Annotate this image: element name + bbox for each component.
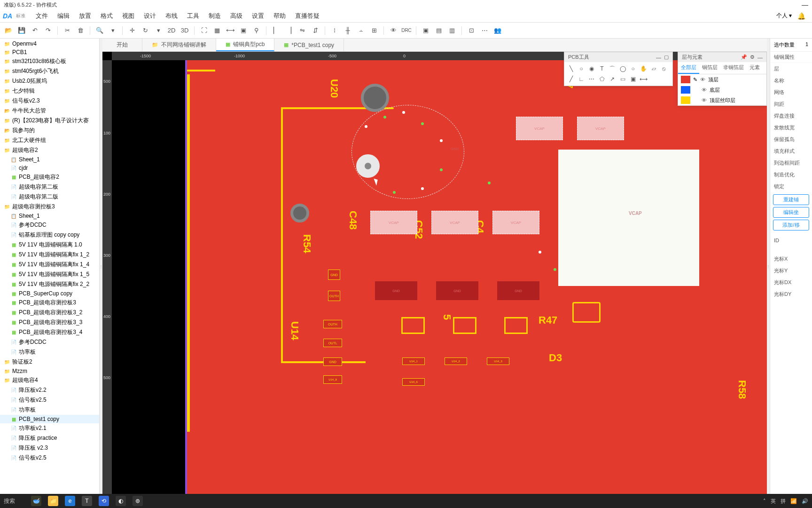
crosshair-dropdown-icon[interactable]: ▾: [153, 25, 164, 36]
poly-icon[interactable]: ⬠: [597, 74, 607, 84]
drc-button[interactable]: DRC: [401, 25, 412, 36]
align-top-icon[interactable]: ⁞: [329, 25, 340, 36]
taskbar-search[interactable]: 搜索: [4, 497, 15, 505]
tree-item[interactable]: ▦5V 11V 电源铺铜隔离 1.0: [0, 240, 99, 250]
rebuild-copper-button[interactable]: 重建铺: [773, 194, 809, 205]
line-icon[interactable]: ╱: [566, 74, 576, 84]
tree-item[interactable]: ▦PCB_超级电容2: [0, 172, 99, 182]
panel-icon[interactable]: ⊡: [466, 25, 477, 36]
undo-icon[interactable]: ↶: [29, 25, 40, 36]
menu-advanced[interactable]: 高级: [226, 12, 247, 20]
snap-icon[interactable]: ⛶: [198, 25, 210, 36]
menu-view[interactable]: 视图: [117, 12, 139, 20]
tray-sound-icon[interactable]: 🔊: [802, 498, 808, 504]
tab-copper-typical[interactable]: ▦铺铜典型pcb: [216, 39, 274, 51]
user-menu[interactable]: 个人 ▾: [776, 12, 792, 20]
layer-color-swatch[interactable]: [681, 76, 690, 83]
tree-item[interactable]: 📁Usb2.0拓展坞: [0, 76, 99, 86]
shape-icon[interactable]: ▣: [238, 25, 249, 36]
pcb-tools-panel[interactable]: PCB工具 — ▢ ╲ ○ ◉ T ⌒ ◯ ○ ✋ ▱ ⦸ ╱: [564, 52, 673, 86]
menu-format[interactable]: 格式: [96, 12, 117, 20]
pcb-canvas[interactable]: -1500 -1000 -500 0 500 100 200 300 400 5…: [102, 52, 767, 494]
circle2-icon[interactable]: ◯: [618, 64, 627, 73]
share-icon[interactable]: ⋯: [479, 25, 490, 36]
bell-icon[interactable]: 🔔: [797, 12, 805, 20]
tree-item[interactable]: ▦PCB_SuperCup copy: [0, 289, 99, 298]
layer-tab-all[interactable]: 全部层: [678, 62, 699, 74]
tree-item[interactable]: 📄参考DCDC: [0, 337, 99, 347]
magnet-icon[interactable]: ⚲: [251, 25, 262, 36]
tree-item[interactable]: 📄降压板 practice: [0, 433, 99, 443]
tree-item[interactable]: 📁信号板v2.3: [0, 96, 99, 106]
cut-icon[interactable]: ✂: [62, 25, 73, 36]
tree-item[interactable]: 📄降压板v2.2: [0, 385, 99, 395]
tree-item[interactable]: 📄cjdr: [0, 164, 99, 172]
vertex-handle[interactable]: [554, 268, 556, 271]
tree-item[interactable]: ▦PCB_超级电容测控板3_2: [0, 308, 99, 318]
tree-item[interactable]: 📄降压板 v2.3: [0, 443, 99, 453]
dim-icon[interactable]: ⟷: [639, 74, 648, 84]
vertex-handle[interactable]: [488, 182, 491, 184]
flip-v-icon[interactable]: ⇵: [310, 25, 321, 36]
pencil-icon[interactable]: ✎: [693, 77, 697, 83]
tree-item[interactable]: 📁stm32f103c8t6核心板: [0, 56, 99, 66]
pad-large[interactable]: [558, 150, 699, 286]
edit-coord-button[interactable]: 编辑坐: [773, 207, 809, 218]
menu-settings[interactable]: 设置: [247, 12, 269, 20]
menu-file[interactable]: 文件: [31, 12, 53, 20]
tree-item[interactable]: 📄信号板v2.5: [0, 395, 99, 405]
redo-icon[interactable]: ↷: [42, 25, 54, 36]
pad-gnd[interactable]: GND: [375, 281, 417, 300]
layer-row-bottom[interactable]: 👁 底层: [678, 85, 766, 95]
taskbar-app-icon[interactable]: 🥣: [31, 496, 41, 506]
eye-icon[interactable]: 👁: [388, 25, 399, 36]
menu-help[interactable]: 帮助: [269, 12, 290, 20]
people-icon[interactable]: 👥: [492, 25, 503, 36]
rect-icon[interactable]: ▭: [618, 74, 627, 84]
tree-item[interactable]: ▦PCB_超级电容测控板3: [0, 298, 99, 308]
layers-panel[interactable]: 层与元素 📌 ⚙ — 全部层 铜箔层 非铜箔层 元素 ✎ 👁 顶层: [678, 52, 767, 106]
arc-icon[interactable]: ⌒: [608, 64, 617, 73]
zoom-dropdown-icon[interactable]: ▾: [107, 25, 118, 36]
layer-tab-copper[interactable]: 铜箔层: [699, 62, 720, 74]
pad-u14[interactable]: U14_3: [487, 357, 509, 365]
pad-outh[interactable]: OUTH: [323, 320, 342, 328]
prop-fill-style[interactable]: 填充样式: [770, 145, 812, 157]
taskbar-eda-icon[interactable]: ⟲: [99, 496, 109, 506]
taskbar-obs-icon[interactable]: ⊚: [133, 496, 143, 506]
tree-item[interactable]: 📁Openmv4: [0, 40, 99, 48]
pad-vcap[interactable]: VCAP: [577, 117, 624, 140]
add-move-button[interactable]: 添加/移: [773, 220, 809, 230]
tree-item[interactable]: ▦PCB_超级电容测控板3_4: [0, 327, 99, 337]
layer-row-silk[interactable]: 👁 顶层丝印层: [678, 95, 766, 105]
pad-vcap[interactable]: VCAP: [370, 211, 417, 234]
cancel-icon[interactable]: ⦸: [659, 64, 669, 73]
layer-color-swatch[interactable]: [681, 86, 690, 94]
pad-gnd[interactable]: GND: [436, 281, 478, 300]
align-left-icon[interactable]: ▏: [270, 25, 281, 36]
prop-pad-connect[interactable]: 焊盘连接: [770, 110, 812, 122]
windows-taskbar[interactable]: 搜索 🥣 📁 e T ⟲ ◐ ⊚ ˄ 英 拼 📶 🔊: [0, 494, 812, 508]
tree-item[interactable]: 📄功率板v2.1: [0, 423, 99, 433]
tree-item[interactable]: 📋Sheet_1: [0, 212, 99, 220]
pad-outl[interactable]: OUTL: [323, 339, 342, 347]
pad-vcap[interactable]: VCAP: [516, 117, 563, 140]
prop-edge-clearance[interactable]: 到边框间距: [770, 157, 812, 169]
eye-icon[interactable]: 👁: [700, 77, 705, 82]
pad-icon[interactable]: ○: [577, 64, 586, 73]
tree-item[interactable]: ▦5V 11V 电源铺铜隔离fix 1_2: [0, 250, 99, 260]
project-tree[interactable]: 📁Openmv4📁PCB1📁stm32f103c8t6核心板📁stmf405rg…: [0, 39, 100, 494]
pcb-viewport[interactable]: U20 C37 36 C48 C52 C4 R54 U14 5 R47 D3 R…: [112, 60, 767, 494]
circle3-icon[interactable]: ○: [628, 64, 638, 73]
tree-item[interactable]: 📋Sheet_1: [0, 155, 99, 164]
eye-icon[interactable]: 👁: [702, 97, 707, 103]
tab-pcb-test1[interactable]: ▦*PCB_test1 copy: [274, 39, 344, 51]
menu-route[interactable]: 布线: [161, 12, 182, 20]
prop-manufacture-opt[interactable]: 制造优化: [770, 169, 812, 181]
taskbar-app2-icon[interactable]: ◐: [116, 496, 126, 506]
tray-ime-pin[interactable]: 拼: [781, 498, 786, 505]
tree-item[interactable]: 📂牛牛民大总管: [0, 106, 99, 116]
pad-u14[interactable]: U14_8: [323, 375, 342, 384]
pin-icon[interactable]: 📌: [741, 54, 747, 60]
tray-ime-en[interactable]: 英: [771, 498, 776, 505]
